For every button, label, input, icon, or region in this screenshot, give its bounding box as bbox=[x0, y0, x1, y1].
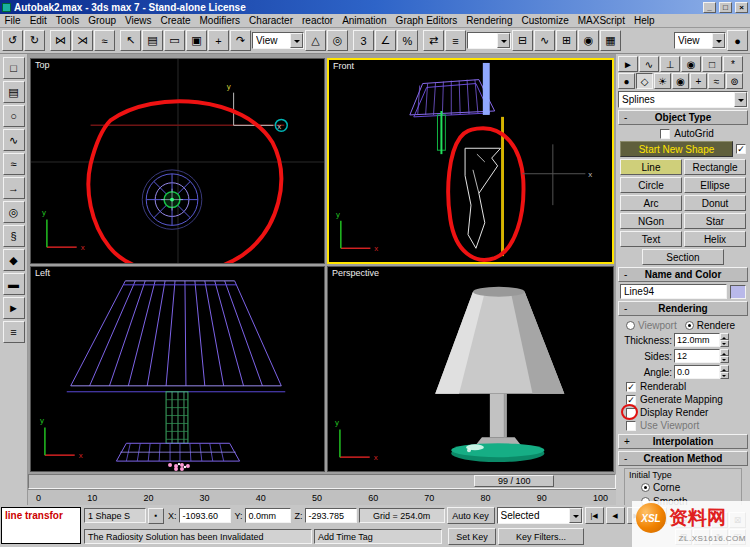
cameras-category-icon[interactable]: ◉ bbox=[672, 73, 689, 89]
circle-button[interactable]: Circle bbox=[620, 177, 682, 193]
lock-selection-icon[interactable]: ▪ bbox=[148, 508, 164, 524]
chevron-down-icon[interactable] bbox=[290, 33, 303, 48]
time-slider-track[interactable]: 99 / 100 bbox=[28, 474, 616, 489]
menu-animation[interactable]: Animation bbox=[338, 15, 391, 26]
menu-graph-editors[interactable]: Graph Editors bbox=[391, 15, 462, 26]
rectangle-button[interactable]: Rectangle bbox=[684, 159, 746, 175]
percent-snap-icon[interactable]: % bbox=[397, 30, 418, 51]
menu-help[interactable]: Help bbox=[629, 15, 659, 26]
menu-reactor[interactable]: reactor bbox=[298, 15, 338, 26]
named-selection-sets-dropdown[interactable] bbox=[467, 32, 511, 49]
mirror-icon[interactable]: ⇄ bbox=[423, 30, 444, 51]
name-color-rollout[interactable]: - Name and Color bbox=[618, 267, 748, 282]
object-name-input[interactable]: Line94 bbox=[620, 284, 727, 299]
reactor-cloth-icon[interactable]: ▤ bbox=[3, 81, 25, 103]
ellipse-button[interactable]: Ellipse bbox=[684, 177, 746, 193]
viewport-label[interactable]: Perspective bbox=[332, 268, 379, 278]
auto-key-button[interactable]: Auto Key bbox=[447, 507, 495, 524]
chevron-down-icon[interactable] bbox=[734, 92, 747, 107]
menu-group[interactable]: Group bbox=[84, 15, 121, 26]
coordinate-system-dropdown[interactable]: View bbox=[252, 32, 304, 49]
menu-character[interactable]: Character bbox=[245, 15, 298, 26]
align-icon[interactable]: ≡ bbox=[445, 30, 466, 51]
angle-input[interactable]: 0.0 bbox=[674, 365, 720, 379]
menu-modifiers[interactable]: Modifiers bbox=[195, 15, 245, 26]
start-new-shape-button[interactable]: Start New Shape bbox=[620, 141, 733, 157]
reactor-motor-icon[interactable]: ◎ bbox=[3, 201, 25, 223]
section-button[interactable]: Section bbox=[642, 249, 724, 265]
thickness-input[interactable]: 12.0mm bbox=[674, 333, 720, 347]
window-crossing-icon[interactable]: ▣ bbox=[186, 30, 207, 51]
star-button[interactable]: Star bbox=[684, 213, 746, 229]
object-type-rollout[interactable]: - Object Type bbox=[618, 110, 748, 125]
go-to-start-icon[interactable]: |◀ bbox=[585, 507, 604, 524]
chevron-down-icon[interactable] bbox=[712, 33, 725, 48]
line-button[interactable]: Line bbox=[620, 159, 682, 175]
reactor-utils-icon[interactable]: ≡ bbox=[3, 321, 25, 343]
corner-radio[interactable]: Corne bbox=[641, 482, 680, 493]
minimize-button[interactable]: _ bbox=[703, 2, 716, 13]
menu-edit[interactable]: Edit bbox=[25, 15, 51, 26]
hierarchy-tab[interactable]: ⊥ bbox=[660, 56, 680, 72]
select-and-rotate-icon[interactable]: ↷ bbox=[230, 30, 251, 51]
rectangular-selection-icon[interactable]: ▭ bbox=[164, 30, 185, 51]
left-viewport-canvas[interactable]: x y bbox=[31, 267, 324, 471]
close-button[interactable]: × bbox=[735, 2, 748, 13]
lights-category-icon[interactable]: ☀ bbox=[654, 73, 671, 89]
viewport-label[interactable]: Top bbox=[35, 60, 50, 70]
reactor-spring-icon[interactable]: § bbox=[3, 225, 25, 247]
key-filters-button[interactable]: Key Filters... bbox=[498, 528, 584, 545]
ngon-button[interactable]: NGon bbox=[620, 213, 682, 229]
front-viewport[interactable]: Front bbox=[327, 58, 614, 264]
sides-spinner[interactable] bbox=[720, 349, 729, 363]
reactor-soft-body-icon[interactable]: ○ bbox=[3, 105, 25, 127]
creation-method-rollout[interactable]: - Creation Method bbox=[618, 451, 748, 466]
x-coordinate-input[interactable]: -1093.60 bbox=[179, 508, 231, 523]
render-scene-icon[interactable]: ▦ bbox=[600, 30, 621, 51]
select-link-icon[interactable]: ⋈ bbox=[50, 30, 71, 51]
reactor-rigid-body-icon[interactable]: □ bbox=[3, 57, 25, 79]
text-button[interactable]: Text bbox=[620, 231, 682, 247]
space-warps-category-icon[interactable]: ≈ bbox=[708, 73, 725, 89]
top-viewport[interactable]: Top y x bbox=[30, 58, 325, 264]
schematic-view-icon[interactable]: ⊞ bbox=[556, 30, 577, 51]
select-and-scale-icon[interactable]: △ bbox=[305, 30, 326, 51]
viewport-label[interactable]: Left bbox=[35, 268, 50, 278]
track-bar[interactable]: 0 10 20 30 40 50 60 70 80 90 100 bbox=[28, 489, 616, 505]
select-by-name-icon[interactable]: ▤ bbox=[142, 30, 163, 51]
utilities-tab[interactable]: * bbox=[723, 56, 743, 72]
menu-maxscript[interactable]: MAXScript bbox=[573, 15, 629, 26]
curve-editor-icon[interactable]: ∿ bbox=[534, 30, 555, 51]
maximize-button[interactable]: □ bbox=[719, 2, 732, 13]
material-editor-icon[interactable]: ◉ bbox=[578, 30, 599, 51]
redo-icon[interactable]: ↻ bbox=[24, 30, 45, 51]
systems-category-icon[interactable]: ⊚ bbox=[726, 73, 743, 89]
display-tab[interactable]: □ bbox=[702, 56, 722, 72]
menu-file[interactable]: File bbox=[0, 15, 25, 26]
reactor-fracture-icon[interactable]: ◆ bbox=[3, 249, 25, 271]
motion-tab[interactable]: ◉ bbox=[681, 56, 701, 72]
viewport-radio[interactable]: Viewport bbox=[626, 320, 677, 331]
quick-render-icon[interactable]: ● bbox=[727, 30, 748, 51]
unlink-selection-icon[interactable]: ⋊ bbox=[72, 30, 93, 51]
z-coordinate-input[interactable]: -293.785 bbox=[305, 508, 357, 523]
create-tab[interactable]: ► bbox=[618, 56, 638, 72]
front-viewport-canvas[interactable]: x x y bbox=[329, 60, 612, 262]
previous-frame-icon[interactable]: ◀ bbox=[606, 507, 625, 524]
time-slider-handle[interactable]: 99 / 100 bbox=[474, 475, 554, 487]
select-and-move-icon[interactable]: + bbox=[208, 30, 229, 51]
chevron-down-icon[interactable] bbox=[569, 508, 582, 523]
layer-manager-icon[interactable]: ⊟ bbox=[512, 30, 533, 51]
set-key-button[interactable]: Set Key bbox=[448, 528, 496, 545]
reactor-wind-icon[interactable]: → bbox=[3, 177, 25, 199]
helpers-category-icon[interactable]: + bbox=[690, 73, 707, 89]
menu-views[interactable]: Views bbox=[121, 15, 157, 26]
active-view-dropdown[interactable]: View bbox=[674, 32, 726, 49]
bind-to-space-warp-icon[interactable]: ≈ bbox=[94, 30, 115, 51]
shape-type-dropdown[interactable]: Splines bbox=[618, 91, 748, 108]
shapes-category-icon[interactable]: ◇ bbox=[636, 73, 653, 89]
perspective-viewport[interactable]: Perspective x y bbox=[327, 266, 614, 472]
top-viewport-canvas[interactable]: y x x y bbox=[31, 59, 324, 263]
renderable-checkbox[interactable] bbox=[626, 382, 636, 392]
menu-tools[interactable]: Tools bbox=[51, 15, 83, 26]
